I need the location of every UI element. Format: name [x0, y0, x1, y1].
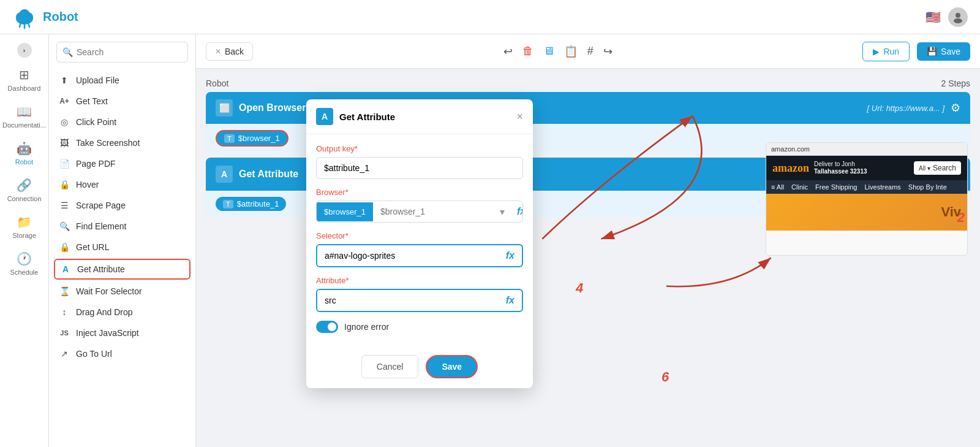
selector-fx-button[interactable]: fx	[499, 250, 522, 261]
ignore-error-row: Ignore error	[316, 321, 523, 333]
modal-save-button[interactable]: Save	[426, 355, 478, 378]
take-screenshot-icon: 🖼	[59, 138, 70, 148]
hover-label: Hover	[76, 180, 99, 189]
sidebar-item-find-element[interactable]: 🔍 Find Element	[49, 216, 195, 237]
browser-dropdown-icon[interactable]: ▾	[495, 206, 510, 218]
find-element-label: Find Element	[76, 221, 126, 231]
undo-icon[interactable]: ↩	[503, 45, 513, 58]
dashboard-icon: ⊞	[19, 67, 29, 82]
sidebar-item-page-pdf[interactable]: 📄 Page PDF	[49, 153, 195, 174]
back-x-icon: ✕	[215, 47, 221, 56]
page-pdf-icon: 📄	[59, 159, 70, 169]
get-attribute-icon: A	[60, 264, 71, 274]
sidebar-item-connection[interactable]: 🔗 Connection	[2, 173, 47, 207]
dashboard-label: Dashboard	[8, 85, 41, 92]
sidebar-item-wait-for-selector[interactable]: ⌛ Wait For Selector	[49, 281, 195, 302]
attribute-input[interactable]	[317, 290, 499, 311]
selector-input[interactable]	[317, 245, 499, 266]
sidebar-item-hover[interactable]: 🔒 Hover	[49, 174, 195, 195]
hash-icon[interactable]: #	[587, 45, 594, 58]
attribute-label: Attribute*	[316, 276, 523, 285]
connection-icon: 🔗	[17, 178, 32, 193]
documentation-label: Documentati...	[2, 121, 46, 129]
browser-selected-tag: $browser_1	[317, 202, 373, 221]
find-element-icon: 🔍	[59, 221, 70, 231]
sidebar-item-drag-and-drop[interactable]: ↕ Drag And Drop	[49, 302, 195, 323]
attribute-fx-button[interactable]: fx	[499, 295, 522, 306]
modal-title: Get Attribute	[339, 112, 510, 122]
sidebar-item-storage[interactable]: 📁 Storage	[2, 210, 47, 244]
go-to-url-label: Go To Url	[76, 349, 112, 359]
inject-js-icon: JS	[59, 329, 70, 337]
ignore-error-toggle[interactable]	[316, 321, 338, 333]
sidebar-item-schedule[interactable]: 🕐 Schedule	[2, 246, 47, 281]
sidebar-item-go-to-url[interactable]: ↗ Go To Url	[49, 343, 195, 364]
drag-drop-label: Drag And Drop	[76, 307, 133, 317]
clipboard-icon[interactable]: 📋	[564, 45, 578, 58]
run-button[interactable]: ▶ Run	[862, 42, 910, 61]
browser-fx-button[interactable]: fx	[510, 206, 523, 217]
upload-file-label: Upload File	[76, 75, 119, 85]
svg-point-7	[956, 13, 960, 18]
modal-body: Output key* Browser* $browser_1 ▾	[306, 134, 533, 355]
sidebar-search-input[interactable]	[56, 42, 188, 63]
attribute-field: fx	[316, 289, 523, 312]
browser-input[interactable]	[373, 201, 495, 222]
sidebar-item-robot[interactable]: 🤖 Robot	[2, 136, 47, 170]
sidebar-item-documentation[interactable]: 📖 Documentati...	[2, 99, 47, 134]
connection-label: Connection	[7, 195, 42, 202]
sidebar-item-take-screenshot[interactable]: 🖼 Take Screenshot	[49, 132, 195, 153]
selector-group: Selector* fx	[316, 231, 523, 267]
sidebar-item-get-text[interactable]: A+ Get Text	[49, 91, 195, 112]
wait-for-selector-label: Wait For Selector	[76, 286, 142, 296]
page-pdf-label: Page PDF	[76, 159, 116, 169]
save-disk-icon: 💾	[927, 47, 937, 56]
modal-close-button[interactable]: ×	[516, 110, 523, 123]
get-attribute-modal: A Get Attribute × Output key*	[306, 99, 533, 388]
sidebar-item-get-attribute[interactable]: A Get Attribute	[54, 259, 190, 280]
get-attribute-label: Get Attribute	[77, 264, 125, 274]
schedule-icon: 🕐	[17, 251, 32, 266]
schedule-label: Schedule	[10, 269, 39, 276]
sidebar-item-inject-js[interactable]: JS Inject JavaScript	[49, 323, 195, 343]
robot-icon: 🤖	[17, 141, 32, 156]
get-url-icon: 🔒	[59, 242, 70, 252]
ignore-error-label: Ignore error	[344, 322, 389, 332]
get-text-label: Get Text	[76, 96, 108, 106]
main-toolbar: ✕ Back ↩ 🗑 🖥 📋 # ↪ ▶ Run 💾 Save	[196, 34, 980, 69]
output-key-input[interactable]	[316, 157, 523, 179]
storage-label: Storage	[12, 232, 36, 239]
sidebar-item-dashboard[interactable]: ⊞ Dashboard	[2, 63, 47, 97]
redo-icon[interactable]: ↪	[603, 45, 612, 58]
drag-drop-icon: ↕	[59, 307, 70, 317]
canvas-area: Robot 2 Steps ⬜ Open Browser [ Url: http…	[196, 69, 980, 447]
logo: Robot	[12, 5, 78, 29]
modal-cancel-button[interactable]: Cancel	[361, 355, 419, 378]
storage-icon: 📁	[17, 215, 32, 229]
sidebar-item-scrape-page[interactable]: ☰ Scrape Page	[49, 195, 195, 216]
run-play-icon: ▶	[873, 47, 880, 56]
scrape-page-label: Scrape Page	[76, 201, 126, 210]
hover-icon: 🔒	[59, 180, 70, 189]
nav-collapse-btn[interactable]: ›	[17, 43, 32, 58]
modal-icon-letter: A	[322, 112, 328, 121]
monitor-icon[interactable]: 🖥	[543, 45, 554, 58]
delete-icon[interactable]: 🗑	[522, 45, 533, 58]
save-button[interactable]: 💾 Save	[917, 42, 970, 61]
click-point-icon: ◎	[59, 117, 70, 127]
sidebar-item-get-url[interactable]: 🔒 Get URL	[49, 237, 195, 258]
left-nav: › ⊞ Dashboard 📖 Documentati... 🤖 Robot 🔗…	[0, 34, 49, 447]
modal-footer: Cancel Save	[306, 355, 533, 388]
top-header: Robot 🇺🇸	[0, 0, 980, 34]
sidebar-item-click-point[interactable]: ◎ Click Point	[49, 112, 195, 132]
main-content: ✕ Back ↩ 🗑 🖥 📋 # ↪ ▶ Run 💾 Save	[196, 34, 980, 447]
svg-point-8	[954, 18, 962, 23]
back-button[interactable]: ✕ Back	[206, 42, 253, 61]
get-text-icon: A+	[59, 97, 70, 105]
sidebar-item-upload-file[interactable]: ⬆ Upload File	[49, 70, 195, 91]
sidebar-search-icon: 🔍	[62, 47, 73, 57]
go-to-url-icon: ↗	[59, 349, 70, 359]
action-sidebar: 🔍 ⬆ Upload File A+ Get Text ◎ Click Poin…	[49, 34, 196, 447]
selector-field: fx	[316, 244, 523, 267]
user-avatar[interactable]	[948, 7, 968, 27]
